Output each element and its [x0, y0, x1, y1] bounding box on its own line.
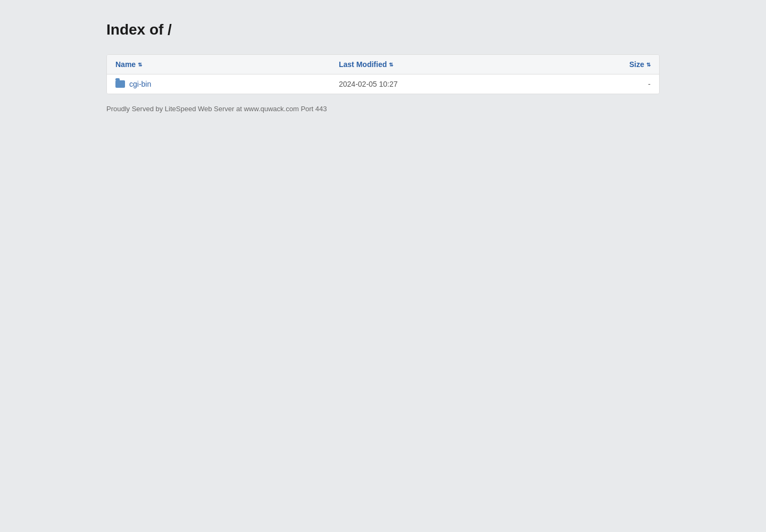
- row-size-cell: -: [541, 80, 651, 88]
- page-title: Index of /: [106, 21, 660, 38]
- name-header-label: Name: [115, 60, 136, 69]
- col-modified-header: Last Modified ⇅: [339, 60, 541, 69]
- name-sort-icon: ⇅: [138, 62, 142, 68]
- size-header-label: Size: [629, 60, 644, 69]
- folder-icon: [115, 80, 125, 88]
- footer-text: Proudly Served by LiteSpeed Web Server a…: [106, 105, 327, 113]
- table-header: Name ⇅ Last Modified ⇅ Size ⇅: [107, 55, 659, 74]
- page-container: Index of / Name ⇅ Last Modified ⇅ Size ⇅: [0, 0, 766, 134]
- table-row: cgi-bin2024-02-05 10:27-: [107, 74, 659, 94]
- row-modified-cell: 2024-02-05 10:27: [339, 80, 541, 88]
- name-sort-button[interactable]: Name ⇅: [115, 60, 142, 69]
- col-size-header: Size ⇅: [541, 60, 651, 69]
- row-name-cell: cgi-bin: [115, 80, 339, 88]
- modified-sort-icon: ⇅: [389, 62, 393, 68]
- col-name-header: Name ⇅: [115, 60, 339, 69]
- modified-sort-button[interactable]: Last Modified ⇅: [339, 60, 393, 69]
- size-sort-button[interactable]: Size ⇅: [629, 60, 651, 69]
- table-rows-container: cgi-bin2024-02-05 10:27-: [107, 74, 659, 94]
- modified-header-label: Last Modified: [339, 60, 387, 69]
- size-sort-icon: ⇅: [646, 62, 651, 68]
- footer: Proudly Served by LiteSpeed Web Server a…: [106, 105, 660, 113]
- file-link[interactable]: cgi-bin: [129, 80, 151, 88]
- file-table: Name ⇅ Last Modified ⇅ Size ⇅ cgi-bin202…: [106, 54, 660, 94]
